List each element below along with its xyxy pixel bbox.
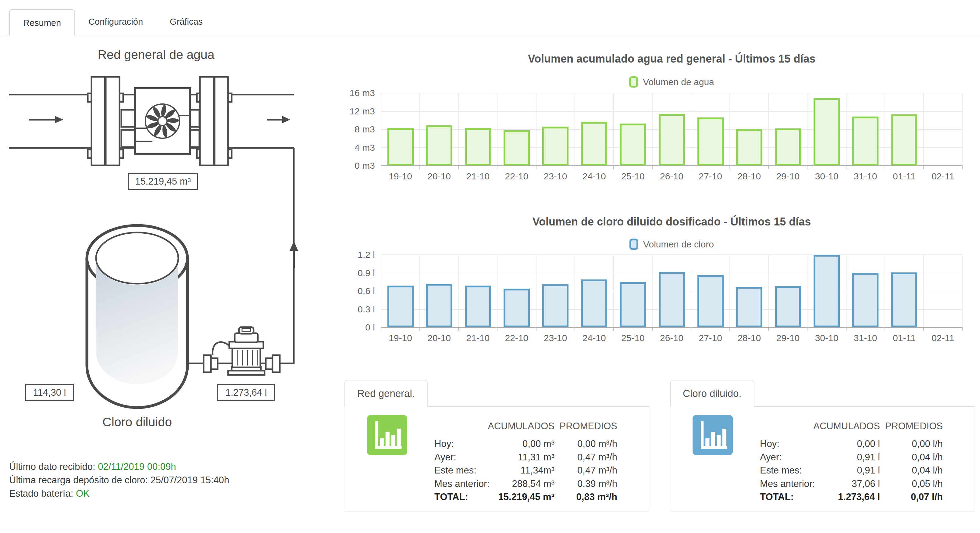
gridline-v: [846, 93, 846, 166]
table-row: Hoy:0,00 l0,00 l/h: [670, 439, 975, 451]
acumulado-value: 0,91 l: [857, 452, 880, 463]
axis-tick: [768, 166, 769, 169]
axis-tick: [497, 327, 498, 331]
bar-31-10[interactable]: [852, 273, 878, 328]
acumulado-value: 0,00 m³: [522, 439, 554, 449]
table-row: Mes anterior:37,06 l0,05 l/h: [670, 479, 975, 491]
x-tick-label: 27-10: [691, 333, 730, 343]
y-tick-label: 4 m3: [311, 142, 375, 153]
x-tick-label: 02-11: [924, 333, 963, 343]
bar-26-10[interactable]: [659, 272, 685, 327]
bar-21-10[interactable]: [465, 286, 491, 327]
x-tick-label: 31-10: [846, 333, 885, 343]
x-tick-label: 26-10: [652, 171, 691, 182]
axis-tick: [729, 166, 730, 169]
gridline-v: [652, 93, 652, 166]
chart-title-2: Volumen de cloro diluido dosificado - Úl…: [381, 215, 963, 228]
row-label: Mes anterior:: [760, 479, 815, 489]
legend[interactable]: Volumen de agua: [381, 76, 963, 88]
axis-tick: [962, 166, 963, 169]
y-tick-label: 16 m3: [311, 87, 375, 99]
bar-21-10[interactable]: [465, 128, 491, 166]
x-tick-label: 02-11: [924, 171, 963, 182]
axis-tick: [923, 166, 924, 169]
gridline-v: [574, 93, 575, 166]
acumulado-value: 288,54 m³: [512, 479, 554, 489]
table-row: Ayer:11,31 m³0,47 m³/h: [345, 452, 649, 464]
gridline-v: [962, 255, 963, 327]
bar-29-10[interactable]: [775, 128, 801, 166]
table-row: Este mes:11,34m³0,47 m³/h: [345, 465, 649, 477]
promedio-value: 0,47 m³/h: [578, 465, 617, 476]
bar-25-10[interactable]: [620, 124, 646, 166]
bar-22-10[interactable]: [504, 130, 530, 166]
bar-30-10[interactable]: [814, 255, 840, 327]
axis-tick: [497, 166, 498, 169]
bar-28-10[interactable]: [736, 129, 762, 166]
axis-tick: [458, 327, 459, 331]
axis-tick: [574, 327, 575, 331]
bar-20-10[interactable]: [426, 284, 452, 327]
table-row: TOTAL:1.273,64 l0,07 l/h: [670, 492, 975, 504]
promedio-value: 0,07 l/h: [911, 492, 943, 503]
gridline-v: [458, 93, 459, 166]
bar-19-10[interactable]: [387, 286, 414, 327]
gridline-v: [613, 255, 614, 327]
bar-27-10[interactable]: [697, 275, 724, 327]
axis-tick: [691, 166, 691, 169]
gridline-v: [885, 93, 885, 166]
table-row: Este mes:0,91 l0,04 l/h: [670, 465, 975, 477]
bar-19-10[interactable]: [387, 128, 414, 166]
axis-tick: [652, 327, 652, 331]
gridline-v: [846, 255, 846, 327]
x-tick-label: 24-10: [575, 171, 614, 182]
bar-28-10[interactable]: [736, 287, 762, 327]
legend[interactable]: Volumen de cloro: [381, 239, 963, 250]
row-label: Este mes:: [760, 465, 802, 476]
row-label: Ayer:: [760, 452, 782, 463]
x-tick-label: 21-10: [458, 171, 497, 182]
x-tick-label: 20-10: [420, 171, 458, 182]
gridline-v: [613, 93, 614, 166]
axis-tick: [885, 166, 885, 169]
x-axis-line: [381, 165, 963, 166]
bar-01-11[interactable]: [891, 115, 917, 166]
bar-30-10[interactable]: [814, 98, 840, 166]
bar-27-10[interactable]: [697, 118, 724, 166]
row-label: Mes anterior:: [434, 479, 490, 489]
card-tab-cloro-diluido[interactable]: Cloro diluido.: [670, 380, 754, 407]
x-tick-label: 25-10: [614, 171, 652, 182]
chart-title-1: Volumen acumulado agua red general - Últ…: [381, 53, 963, 65]
row-label: Hoy:: [760, 439, 780, 449]
x-tick-label: 28-10: [730, 171, 768, 182]
table-row: TOTAL:15.219,45 m³0,83 m³/h: [345, 492, 649, 504]
bar-23-10[interactable]: [542, 127, 568, 166]
bar-26-10[interactable]: [659, 114, 685, 166]
axis-tick: [846, 166, 846, 169]
y-tick-label: 1.2 l: [311, 249, 375, 260]
bar-24-10[interactable]: [581, 122, 607, 166]
promedio-value: 0,05 l/h: [912, 479, 943, 489]
axis-tick: [729, 327, 730, 331]
bar-01-11[interactable]: [891, 273, 917, 327]
gridline-h: [381, 254, 963, 255]
x-tick-label: 19-10: [381, 171, 420, 182]
gridline-v: [729, 93, 730, 166]
axis-tick: [458, 166, 459, 169]
header-acumulados: ACUMULADOS: [488, 421, 554, 432]
bar-31-10[interactable]: [852, 116, 878, 166]
card-red-general: Red general. ACUMULADOS PROMEDIOS Hoy:0,…: [344, 380, 649, 512]
bar-23-10[interactable]: [542, 284, 568, 327]
bar-25-10[interactable]: [620, 282, 646, 327]
x-tick-label: 22-10: [497, 333, 536, 343]
acumulado-value: 0,91 l: [857, 465, 880, 476]
bar-29-10[interactable]: [775, 286, 801, 327]
promedio-value: 0,00 m³/h: [578, 439, 617, 449]
card-tab-red-general[interactable]: Red general.: [344, 380, 428, 407]
bar-22-10[interactable]: [504, 289, 530, 327]
bar-20-10[interactable]: [426, 125, 452, 166]
legend-swatch-icon: [630, 239, 638, 250]
gridline-v: [652, 255, 652, 327]
bar-24-10[interactable]: [581, 279, 607, 327]
promedio-value: 0,39 m³/h: [578, 479, 617, 489]
